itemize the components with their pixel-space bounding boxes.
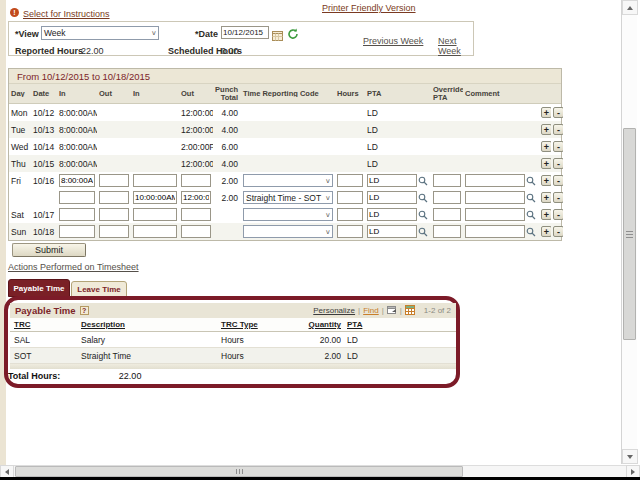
previous-week-link[interactable]: Previous Week <box>363 36 423 46</box>
delete-row-button[interactable]: - <box>553 209 563 220</box>
override-pta-input[interactable] <box>433 191 461 204</box>
lookup-icon[interactable] <box>526 176 536 186</box>
delete-row-button[interactable]: - <box>553 192 563 203</box>
scroll-down-button[interactable] <box>622 449 638 464</box>
submit-button[interactable]: Submit <box>12 243 86 257</box>
time-reporting-code-select[interactable]: Straight Time - SOT v <box>243 191 333 204</box>
lookup-icon[interactable] <box>418 176 428 186</box>
add-row-button[interactable]: + <box>541 107 551 118</box>
comment-input[interactable] <box>465 191 525 204</box>
out2-input[interactable] <box>181 174 211 187</box>
punch-total-value: 6.00 <box>213 142 241 152</box>
in2-input[interactable] <box>133 174 177 187</box>
in2-input[interactable] <box>133 225 177 238</box>
punch-total-value: 4.00 <box>213 159 241 169</box>
instructions-icon: ! <box>10 8 19 17</box>
add-row-button[interactable]: + <box>541 158 551 169</box>
lookup-icon[interactable] <box>418 227 428 237</box>
hours-input[interactable] <box>337 191 363 204</box>
printer-friendly-link[interactable]: Printer Friendly Version <box>322 3 416 13</box>
horizontal-scroll-thumb[interactable] <box>15 466 463 477</box>
time-reporting-code-select[interactable]: v <box>243 208 333 221</box>
calendar-icon[interactable] <box>272 27 283 45</box>
scroll-up-button[interactable] <box>622 0 638 15</box>
in1-input[interactable] <box>59 174 95 187</box>
out1-input[interactable] <box>99 174 129 187</box>
col-in2: In <box>131 90 179 98</box>
add-row-button[interactable]: + <box>541 141 551 152</box>
out1-input[interactable] <box>99 225 129 238</box>
add-row-button[interactable]: + <box>541 192 551 203</box>
delete-row-button[interactable]: - <box>553 175 563 186</box>
col-quantity[interactable]: Quantity <box>296 320 341 329</box>
out2-input[interactable] <box>181 191 211 204</box>
override-pta-input[interactable] <box>433 208 461 221</box>
in1-input[interactable] <box>59 191 95 204</box>
add-row-button[interactable]: + <box>541 175 551 186</box>
view-by-select[interactable]: Week v <box>41 26 159 40</box>
comment-input[interactable] <box>465 174 525 187</box>
table-row: 10:00:00AM 12:00:00PM 2.00 Straight Time… <box>9 189 561 206</box>
pta-input[interactable] <box>367 174 417 187</box>
pta-input[interactable] <box>367 225 417 238</box>
delete-row-button[interactable]: - <box>553 107 563 118</box>
override-pta-input[interactable] <box>433 225 461 238</box>
personalize-link[interactable]: Personalize <box>313 306 355 315</box>
col-description[interactable]: Description <box>81 320 221 329</box>
date-input[interactable] <box>221 26 269 39</box>
lookup-icon[interactable] <box>526 193 536 203</box>
delete-row-button[interactable]: - <box>553 158 563 169</box>
download-grid-icon[interactable] <box>405 305 415 317</box>
actions-performed-link[interactable]: Actions Performed on Timesheet <box>8 262 139 272</box>
time-reporting-code-select[interactable]: v <box>243 174 333 187</box>
delete-row-button[interactable]: - <box>553 226 563 237</box>
pta-input[interactable] <box>367 208 417 221</box>
pta-value: LD <box>367 159 378 169</box>
add-row-button[interactable]: + <box>541 226 551 237</box>
comment-input[interactable] <box>465 225 525 238</box>
punch-total-value: 2.00 <box>213 193 241 203</box>
help-icon[interactable]: ? <box>80 306 89 315</box>
hours-input[interactable] <box>337 174 363 187</box>
time-reporting-code-select[interactable]: v <box>243 225 333 238</box>
out1-input[interactable] <box>99 191 129 204</box>
in1-input[interactable] <box>59 208 95 221</box>
hours-input[interactable] <box>337 208 363 221</box>
refresh-icon[interactable] <box>287 26 299 44</box>
lookup-icon[interactable] <box>418 210 428 220</box>
delete-row-button[interactable]: - <box>553 141 563 152</box>
vertical-scrollbar[interactable] <box>621 0 637 464</box>
in2-input[interactable] <box>133 208 177 221</box>
popout-window-icon[interactable] <box>387 305 397 317</box>
out1-input[interactable] <box>99 208 129 221</box>
next-week-link[interactable]: Next Week <box>438 36 473 56</box>
select-for-instructions-link[interactable]: Select for Instructions <box>23 9 110 19</box>
comment-input[interactable] <box>465 208 525 221</box>
pta-input[interactable] <box>367 191 417 204</box>
col-trc-type[interactable]: TRC Type <box>221 320 296 329</box>
left-margin-strip <box>0 0 6 465</box>
out2-input[interactable] <box>181 225 211 238</box>
chevron-down-icon: v <box>326 177 330 185</box>
date-cell: 10/13 <box>31 125 57 135</box>
lookup-icon[interactable] <box>526 210 536 220</box>
tab-payable-time[interactable]: Payable Time <box>8 279 70 297</box>
col-pta[interactable]: PTA <box>341 320 362 329</box>
add-row-button[interactable]: + <box>541 124 551 135</box>
find-link[interactable]: Find <box>363 306 379 315</box>
add-row-button[interactable]: + <box>541 209 551 220</box>
delete-row-button[interactable]: - <box>553 124 563 135</box>
lookup-icon[interactable] <box>526 227 536 237</box>
tab-leave-time[interactable]: Leave Time <box>71 281 127 297</box>
total-hours-label: Total Hours: <box>8 371 60 381</box>
in1-input[interactable] <box>59 225 95 238</box>
col-trc[interactable]: TRC <box>10 320 81 329</box>
lookup-icon[interactable] <box>418 193 428 203</box>
out2-input[interactable] <box>181 208 211 221</box>
vertical-scroll-thumb[interactable] <box>623 128 636 340</box>
out2-value: 12:00:00PM <box>181 125 213 135</box>
override-pta-input[interactable] <box>433 174 461 187</box>
table-row: Sat 10/17 <box>9 206 561 223</box>
in2-input[interactable] <box>133 191 177 204</box>
hours-input[interactable] <box>337 225 363 238</box>
